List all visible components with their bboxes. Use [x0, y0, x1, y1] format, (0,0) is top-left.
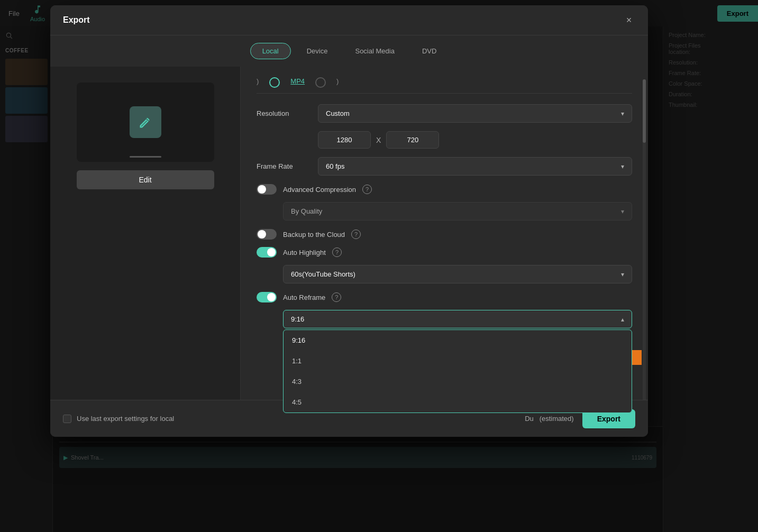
resolution-label: Resolution — [257, 109, 309, 117]
by-quality-dropdown[interactable]: By Quality ▾ — [283, 202, 632, 221]
auto-reframe-row: Auto Reframe ? — [257, 292, 632, 302]
by-quality-container: By Quality ▾ — [283, 202, 632, 221]
backup-cloud-help-icon[interactable]: ? — [351, 230, 361, 239]
resolution-chevron-icon: ▾ — [621, 110, 624, 117]
backup-cloud-label: Backup to the Cloud — [283, 231, 345, 239]
preview-area: Edit — [50, 67, 241, 437]
reframe-ratio-container: 9:16 ▴ 9:16 1:1 4:3 4:5 — [283, 310, 632, 328]
modal-overlay: Export × Local Device Social Media DVD — [0, 0, 758, 532]
advanced-compression-row: Advanced Compression ? — [257, 184, 632, 195]
reframe-ratio-list: 9:16 1:1 4:3 4:5 — [283, 329, 632, 413]
modal-header: Export × — [50, 5, 648, 35]
close-button[interactable]: × — [623, 14, 635, 26]
reframe-option-4-5[interactable]: 4:5 — [284, 392, 632, 412]
modal-body: Edit ) MP4 ) Resolution — [50, 67, 648, 437]
auto-reframe-help-icon[interactable]: ? — [332, 292, 341, 302]
scrollbar-thumb[interactable] — [643, 79, 646, 143]
backup-cloud-row: Backup to the Cloud ? — [257, 229, 632, 240]
reframe-ratio-dropdown[interactable]: 9:16 ▴ — [283, 310, 632, 328]
tab-device[interactable]: Device — [295, 43, 340, 59]
auto-reframe-label: Auto Reframe — [283, 293, 325, 301]
settings-area: ) MP4 ) Resolution Custom ▾ — [241, 67, 648, 437]
tab-local[interactable]: Local — [250, 43, 291, 59]
export-modal: Export × Local Device Social Media DVD — [50, 5, 648, 437]
frame-rate-row: Frame Rate 60 fps ▾ — [257, 157, 632, 176]
highlight-duration-container: 60s(YouTube Shorts) ▾ — [283, 265, 632, 283]
reframe-ratio-chevron-icon: ▴ — [621, 316, 624, 323]
frame-rate-dropdown[interactable]: 60 fps ▾ — [318, 157, 632, 176]
reframe-option-1-1[interactable]: 1:1 — [284, 351, 632, 371]
use-last-settings-checkbox[interactable] — [63, 415, 71, 423]
scrollbar-track[interactable] — [643, 79, 646, 432]
advanced-compression-label: Advanced Compression — [283, 186, 356, 194]
tab-dvd[interactable]: DVD — [410, 43, 448, 59]
resolution-dropdown[interactable]: Custom ▾ — [318, 104, 632, 123]
auto-reframe-toggle[interactable] — [257, 292, 277, 302]
format-tabs-row: ) MP4 ) — [257, 77, 632, 94]
highlight-duration-chevron-icon: ▾ — [621, 271, 624, 278]
by-quality-chevron-icon: ▾ — [621, 208, 624, 215]
edit-button[interactable]: Edit — [77, 170, 214, 189]
resolution-row: Resolution Custom ▾ — [257, 104, 632, 123]
x-separator: X — [376, 136, 381, 144]
use-last-settings-row: Use last export settings for local — [63, 415, 174, 423]
frame-rate-chevron-icon: ▾ — [621, 163, 624, 170]
preview-thumbnail — [77, 82, 214, 162]
advanced-compression-help-icon[interactable]: ? — [362, 185, 372, 194]
auto-highlight-label: Auto Highlight — [283, 249, 326, 256]
backup-cloud-toggle[interactable] — [257, 229, 277, 240]
auto-highlight-row: Auto Highlight ? — [257, 247, 632, 258]
auto-highlight-toggle[interactable] — [257, 247, 277, 258]
app-background: File Audio Export COFFEE Project Name: P… — [0, 0, 758, 532]
frame-rate-label: Frame Rate — [257, 162, 309, 170]
resolution-inputs: X — [318, 131, 632, 149]
tab-social-media[interactable]: Social Media — [343, 43, 406, 59]
auto-highlight-help-icon[interactable]: ? — [332, 247, 342, 257]
tab-bar: Local Device Social Media DVD — [50, 35, 648, 67]
modal-title: Export — [63, 15, 90, 25]
edit-icon-box — [130, 106, 161, 138]
use-last-settings-label: Use last export settings for local — [77, 415, 174, 423]
reframe-option-4-3[interactable]: 4:3 — [284, 371, 632, 392]
reframe-option-9-16[interactable]: 9:16 — [284, 330, 632, 351]
height-input[interactable] — [386, 131, 439, 149]
advanced-compression-toggle[interactable] — [257, 184, 277, 195]
duration-text: Du (estimated) — [525, 415, 574, 423]
highlight-duration-dropdown[interactable]: 60s(YouTube Shorts) ▾ — [283, 265, 632, 283]
width-input[interactable] — [318, 131, 371, 149]
